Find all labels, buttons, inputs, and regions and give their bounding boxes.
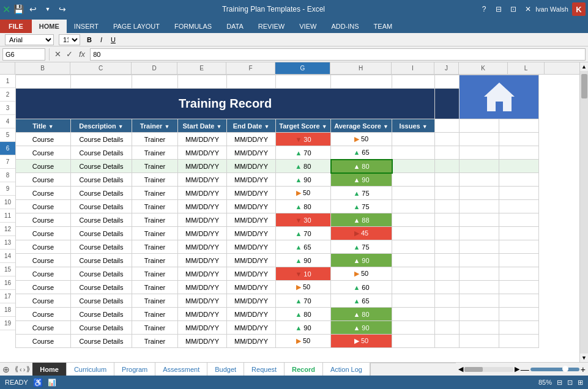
col-F[interactable]: F <box>226 62 275 74</box>
cell-end-r12[interactable]: MM/DD/YY <box>227 240 276 254</box>
h-scroll-thumb[interactable] <box>464 367 483 372</box>
cell-desc-r11[interactable]: Course Details <box>71 227 132 240</box>
cell-avg-r10[interactable]: ▲ 88 <box>331 213 392 227</box>
cell-issues-r12[interactable] <box>392 240 435 254</box>
cell-trainer-r18[interactable]: Trainer <box>132 321 178 335</box>
cell-title-r11[interactable]: Course <box>16 227 71 240</box>
cell-issues-r19[interactable] <box>392 335 435 348</box>
cell-title-r9[interactable]: Course <box>16 200 71 213</box>
cell-G1[interactable] <box>276 75 331 89</box>
cell-start-r5[interactable]: MM/DD/YY <box>178 146 227 160</box>
font-size-selector[interactable]: 11 <box>59 34 80 45</box>
cell-avg-r12[interactable]: ▲ 75 <box>331 240 392 254</box>
cell-avg-r17[interactable]: ▲ 80 <box>331 308 392 321</box>
tab-program[interactable]: Program <box>114 363 155 376</box>
tab-curriculum[interactable]: Curriculum <box>67 363 114 376</box>
cell-avg-r6[interactable]: ▲ 80 <box>331 160 392 173</box>
row-3[interactable]: 3 <box>0 102 15 115</box>
zoom-out-button[interactable]: — <box>521 365 529 374</box>
undo-dropdown[interactable]: ▼ <box>41 2 54 16</box>
cell-target-r4[interactable]: ▼ 30 <box>276 133 331 146</box>
cell-H1[interactable] <box>331 75 392 89</box>
cell-avg-r13[interactable]: ▲ 90 <box>331 254 392 267</box>
cell-end-r17[interactable]: MM/DD/YY <box>227 308 276 321</box>
cell-target-r16[interactable]: ▲ 70 <box>276 294 331 308</box>
cell-start-r8[interactable]: MM/DD/YY <box>178 187 227 200</box>
tab-data[interactable]: DATA <box>219 20 251 33</box>
minimize-button[interactable]: ⊟ <box>493 3 505 15</box>
tab-add-ins[interactable]: ADD-INS <box>324 20 366 33</box>
row-17[interactable]: 17 <box>0 290 15 303</box>
cell-trainer-r8[interactable]: Trainer <box>132 187 178 200</box>
cancel-formula-icon[interactable]: ✕ <box>53 50 62 59</box>
cell-desc-r16[interactable]: Course Details <box>71 294 132 308</box>
col-I[interactable]: I <box>392 62 434 74</box>
cell-desc-r12[interactable]: Course Details <box>71 240 132 254</box>
cell-trainer-r13[interactable]: Trainer <box>132 254 178 267</box>
cell-title-r16[interactable]: Course <box>16 294 71 308</box>
cell-start-r4[interactable]: MM/DD/YY <box>178 133 227 146</box>
font-face-selector[interactable]: Arial <box>5 34 54 45</box>
cell-avg-r7[interactable]: ▲ 90 <box>331 173 392 187</box>
cell-issues-r11[interactable] <box>392 227 435 240</box>
cell-start-r9[interactable]: MM/DD/YY <box>178 200 227 213</box>
cell-title-r17[interactable]: Course <box>16 308 71 321</box>
cell-avg-r9[interactable]: ▲ 75 <box>331 200 392 213</box>
cell-desc-r9[interactable]: Course Details <box>71 200 132 213</box>
cell-desc-r14[interactable]: Course Details <box>71 267 132 281</box>
maximize-button[interactable]: ⊡ <box>507 3 519 15</box>
cell-title-r15[interactable]: Course <box>16 281 71 294</box>
row-19[interactable]: 19 <box>0 317 15 330</box>
add-sheet-button[interactable]: ⊕ <box>0 363 12 376</box>
cell-start-r7[interactable]: MM/DD/YY <box>178 173 227 187</box>
cell-title-r6[interactable]: Course <box>16 160 71 173</box>
redo-button[interactable]: ↪ <box>56 2 69 16</box>
row-11[interactable]: 11 <box>0 209 15 223</box>
sheet-nav-left[interactable]: ‹ <box>20 366 22 373</box>
cell-avg-r15[interactable]: ▲ 60 <box>331 281 392 294</box>
row-6[interactable]: 6 <box>0 142 15 155</box>
row-18[interactable]: 18 <box>0 303 15 317</box>
cell-issues-r15[interactable] <box>392 281 435 294</box>
row-4[interactable]: 4 <box>0 115 15 128</box>
cell-title-r14[interactable]: Course <box>16 267 71 281</box>
cell-desc-r8[interactable]: Course Details <box>71 187 132 200</box>
status-macro-icon[interactable]: 📊 <box>48 379 56 387</box>
save-button[interactable]: 💾 <box>12 2 25 16</box>
cell-issues-r17[interactable] <box>392 308 435 321</box>
cell-avg-r11[interactable]: ▶ 45 <box>331 227 392 240</box>
sheet-nav-right-right[interactable]: ⟫ <box>26 365 30 373</box>
formula-input[interactable] <box>90 48 586 61</box>
cell-end-r5[interactable]: MM/DD/YY <box>227 146 276 160</box>
h-scroll-right[interactable]: ▶ <box>515 365 519 373</box>
tab-action-log[interactable]: Action Log <box>323 363 370 376</box>
sheet-nav-right[interactable]: › <box>23 366 26 373</box>
cell-start-r15[interactable]: MM/DD/YY <box>178 281 227 294</box>
row-16[interactable]: 16 <box>0 276 15 290</box>
tab-request[interactable]: Request <box>244 363 285 376</box>
cell-trainer-r7[interactable]: Trainer <box>132 173 178 187</box>
cell-issues-r18[interactable] <box>392 321 435 335</box>
view-layout-icon[interactable]: ⊡ <box>567 379 573 387</box>
tab-file[interactable]: FILE <box>0 20 32 33</box>
cell-target-r18[interactable]: ▲ 90 <box>276 321 331 335</box>
cell-end-r10[interactable]: MM/DD/YY <box>227 213 276 227</box>
cell-trainer-r14[interactable]: Trainer <box>132 267 178 281</box>
h-scroll-track[interactable] <box>464 367 513 372</box>
row-10[interactable]: 10 <box>0 196 15 209</box>
cell-title-r5[interactable]: Course <box>16 146 71 160</box>
cell-desc-r15[interactable]: Course Details <box>71 281 132 294</box>
cell-desc-r18[interactable]: Course Details <box>71 321 132 335</box>
cell-target-r5[interactable]: ▲ 70 <box>276 146 331 160</box>
bold-button[interactable]: B <box>85 35 94 44</box>
cell-target-r14[interactable]: ▼ 10 <box>276 267 331 281</box>
row-7[interactable]: 7 <box>0 155 15 169</box>
cell-title-r4[interactable]: Course <box>16 133 71 146</box>
cell-E1[interactable] <box>178 75 227 89</box>
cell-I1[interactable] <box>392 75 435 89</box>
cell-trainer-r4[interactable]: Trainer <box>132 133 178 146</box>
row-15[interactable]: 15 <box>0 263 15 276</box>
cell-target-r12[interactable]: ▲ 65 <box>276 240 331 254</box>
cell-end-r14[interactable]: MM/DD/YY <box>227 267 276 281</box>
undo-button[interactable]: ↩ <box>26 2 40 16</box>
